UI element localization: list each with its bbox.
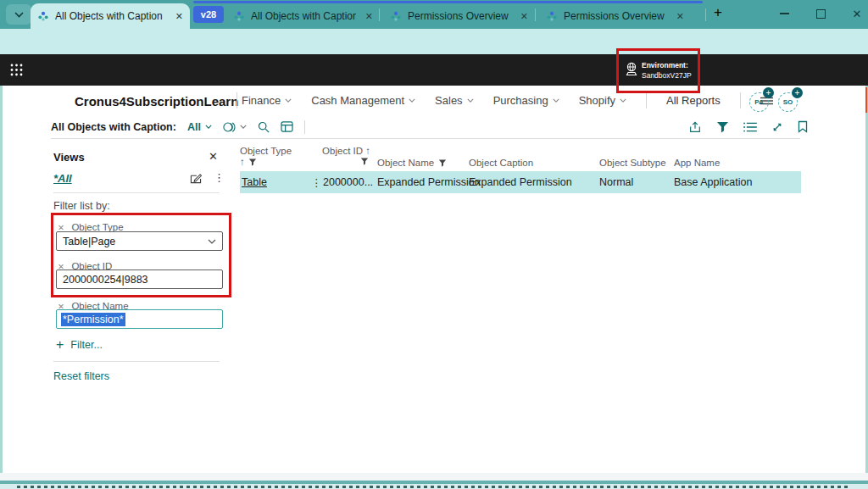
sort-asc-icon: ↑ <box>365 146 370 156</box>
tab-separator <box>379 8 380 21</box>
nav-shopify[interactable]: Shopify <box>579 94 626 107</box>
list-view-icon[interactable] <box>743 122 757 132</box>
chevron-down-icon <box>620 98 626 103</box>
object-id-input[interactable]: 2000000254|9883 <box>56 270 223 289</box>
company-name[interactable]: Cronus4SubscriptionLearn <box>75 94 238 108</box>
reset-filters-link[interactable]: Reset filters <box>53 370 109 382</box>
nav-cash-management[interactable]: Cash Management <box>311 94 415 107</box>
col-header-object-type[interactable]: Object Type <box>240 146 292 156</box>
nav-divider <box>236 92 237 108</box>
view-filter-dropdown[interactable]: All <box>187 121 212 133</box>
search-list-icon[interactable] <box>258 121 270 133</box>
waffle-menu-icon[interactable] <box>10 64 23 76</box>
nav-sales[interactable]: Sales <box>435 94 474 107</box>
page-action-bar: All Objects with Caption: All <box>51 115 305 138</box>
page-title: All Objects with Caption: <box>51 121 176 133</box>
user-avatar[interactable]: BA <box>836 113 860 136</box>
table-row[interactable]: Table ⋮ 2000000... Expanded Permission E… <box>240 171 801 193</box>
col-object-type-sort-filter[interactable]: ↑ <box>240 157 257 167</box>
action-divider <box>304 120 305 134</box>
bookmark-icon[interactable] <box>798 120 808 133</box>
tab-all-objects-active[interactable]: All Objects with Caption ✕ <box>31 3 190 29</box>
filter-pane-close-icon[interactable]: ✕ <box>209 150 218 163</box>
row-kebab-icon[interactable]: ⋮ <box>311 176 322 189</box>
help-icon[interactable]: ? <box>816 115 823 130</box>
open-in-excel-icon[interactable] <box>281 121 293 132</box>
chevron-down-icon <box>409 98 415 103</box>
nav-finance[interactable]: Finance <box>242 94 292 107</box>
cell-object-name: Expanded Permission <box>377 176 481 188</box>
col-header-object-name[interactable]: Object Name <box>377 158 447 168</box>
pane-divider <box>53 192 220 193</box>
share-icon[interactable] <box>688 121 702 133</box>
tab-close-icon[interactable]: ✕ <box>520 11 528 22</box>
col-header-app-name[interactable]: App Name <box>674 158 720 168</box>
chevron-down-icon <box>467 98 474 103</box>
minimize-button[interactable] <box>767 0 801 27</box>
window-close-button[interactable]: ✕ <box>840 0 868 27</box>
page-badge-so[interactable]: SO + <box>778 90 801 110</box>
tab-separator <box>705 8 706 21</box>
tab-permissions-2[interactable]: Permissions Overview ✕ <box>539 3 691 29</box>
nav-divider <box>646 92 647 108</box>
minimized-page-badges: PA + SO + <box>749 90 801 110</box>
page-badge-pa[interactable]: PA + <box>749 90 772 110</box>
sort-asc-icon: ↑ <box>240 157 245 167</box>
object-type-dropdown[interactable]: Table|Page <box>56 231 223 251</box>
dynamics-bc-icon <box>233 10 245 22</box>
environment-icon <box>625 62 638 76</box>
selected-text: *Permission* <box>61 313 125 326</box>
tab-close-icon[interactable]: ✕ <box>365 11 373 22</box>
object-name-input[interactable]: *Permission* <box>56 309 223 329</box>
browser-tab-bar: All Objects with Caption ✕ v28 All Objec… <box>0 0 868 29</box>
maximize-button[interactable] <box>804 0 837 27</box>
col-header-object-subtype[interactable]: Object Subtype <box>599 158 666 168</box>
nav-all-reports[interactable]: All Reports <box>666 94 721 107</box>
chevron-down-icon <box>240 125 247 129</box>
expand-icon[interactable] <box>771 121 783 133</box>
badge-plus-icon: + <box>792 87 803 98</box>
column-filter-icon <box>248 158 257 166</box>
new-tab-button[interactable]: + <box>714 4 722 21</box>
pane-divider <box>53 361 220 362</box>
view-options-kebab[interactable]: ⋮ <box>214 171 225 184</box>
nav-purchasing[interactable]: Purchasing <box>493 94 559 107</box>
tab-group-label[interactable]: v28 <box>193 6 224 23</box>
column-filter-icon[interactable] <box>360 158 369 165</box>
chevron-down-icon <box>285 98 292 103</box>
bottom-strip <box>0 473 868 481</box>
copilot-analyze-dropdown[interactable] <box>223 121 247 133</box>
view-all-link[interactable]: *All <box>53 172 72 185</box>
page-action-icons <box>688 115 808 138</box>
edit-view-icon[interactable] <box>190 173 202 184</box>
tab-permissions-1[interactable]: Permissions Overview ✕ <box>383 3 535 29</box>
chevron-down-icon <box>553 98 559 103</box>
environment-label[interactable]: Environment: <box>642 61 688 70</box>
analyze-copilot-icon <box>223 121 236 133</box>
dynamics-bc-icon <box>390 10 402 22</box>
window-left-edge <box>0 54 3 489</box>
cell-object-type-link[interactable]: Table <box>242 176 267 188</box>
tab-label: All Objects with Caption <box>55 10 166 22</box>
tab-close-icon[interactable]: ✕ <box>175 11 183 22</box>
tab-search-button[interactable] <box>6 4 31 25</box>
col-header-object-id[interactable]: Object ID ↑ <box>303 146 370 156</box>
cutoff-text-fragment <box>17 486 851 488</box>
tab-label: Permissions Overview <box>408 10 511 22</box>
views-title: Views <box>53 151 85 164</box>
add-filter-button[interactable]: + Filter... <box>56 337 103 353</box>
col-header-object-caption[interactable]: Object Caption <box>469 158 533 168</box>
main-nav: Finance Cash Management Sales Purchasing… <box>242 86 773 115</box>
bottom-cutoff-row <box>0 484 868 489</box>
dynamics-bc-icon <box>546 10 558 22</box>
chevron-down-icon <box>208 239 216 244</box>
tab-all-objects-2[interactable]: All Objects with Caption ✕ <box>226 3 380 29</box>
environment-name[interactable]: SandboxV27JP <box>642 71 692 81</box>
plus-icon: + <box>56 337 64 353</box>
filter-funnel-icon[interactable] <box>716 121 729 133</box>
tab-close-icon[interactable]: ✕ <box>676 11 684 22</box>
cell-object-subtype: Normal <box>599 176 633 188</box>
badge-plus-icon: + <box>763 87 774 98</box>
tab-label: All Objects with Caption <box>251 10 356 22</box>
chevron-down-icon <box>14 12 24 18</box>
